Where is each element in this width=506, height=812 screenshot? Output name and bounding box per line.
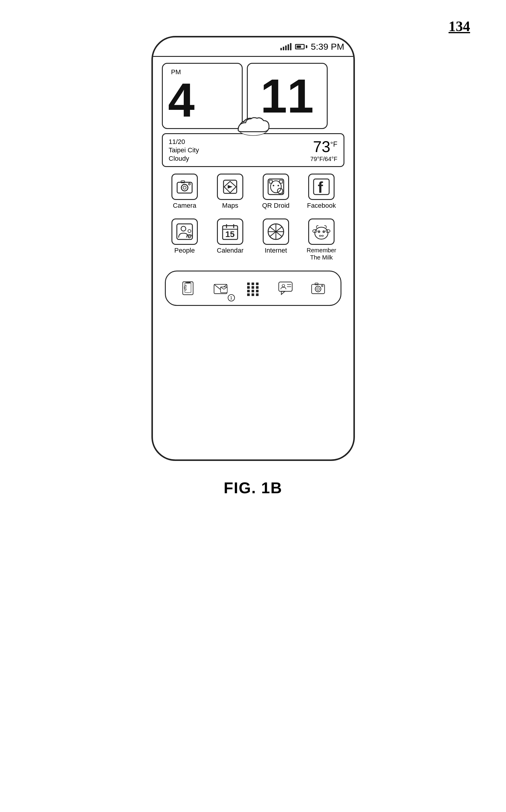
- svg-line-22: [282, 193, 283, 194]
- maps-label: Maps: [222, 202, 238, 210]
- svg-rect-52: [252, 282, 254, 285]
- app-item-maps[interactable]: Maps: [210, 174, 250, 210]
- app-item-rtm[interactable]: RememberThe Milk: [302, 219, 341, 261]
- rtm-icon: [308, 219, 335, 245]
- app-row-2: ⚙ People 15: [162, 216, 344, 263]
- maps-icon: [217, 174, 243, 200]
- app-item-calendar[interactable]: 15 Calendar: [210, 219, 250, 254]
- svg-point-40: [315, 227, 328, 239]
- svg-point-18: [277, 185, 279, 186]
- svg-rect-54: [247, 286, 250, 289]
- svg-rect-59: [256, 290, 259, 293]
- phone-wrapper: 5:39 PM PM 4: [151, 36, 355, 461]
- clock-widget: PM 4: [162, 63, 344, 129]
- battery-icon: [295, 44, 307, 50]
- bottom-dock: 1: [165, 270, 341, 306]
- calendar-icon: 15: [217, 219, 243, 245]
- svg-rect-61: [252, 294, 254, 296]
- svg-text:⚙: ⚙: [188, 235, 191, 238]
- weather-condition: Cloudy: [169, 155, 199, 163]
- dock-chat[interactable]: [272, 275, 299, 301]
- weather-date: 11/20: [169, 138, 199, 146]
- facebook-icon: f: [308, 174, 335, 200]
- svg-point-17: [273, 185, 274, 186]
- qrdroid-icon: [263, 174, 289, 200]
- svg-point-8: [181, 184, 188, 191]
- signal-icon: [280, 43, 291, 50]
- signal-bar-5: [290, 43, 291, 50]
- svg-point-64: [282, 285, 285, 287]
- camera-icon: [171, 174, 198, 200]
- weather-city: Taipei City: [169, 146, 199, 154]
- signal-bar-2: [283, 47, 284, 50]
- svg-point-46: [324, 231, 324, 232]
- weather-info-right: 73°F 79°F/64°F: [310, 138, 337, 163]
- status-bar: 5:39 PM: [153, 37, 353, 57]
- svg-point-48: [322, 235, 324, 236]
- app-item-qrdroid[interactable]: QR Droid: [256, 174, 296, 210]
- svg-point-9: [183, 186, 186, 189]
- signal-bar-3: [285, 46, 287, 50]
- svg-point-45: [319, 231, 319, 232]
- app-item-camera[interactable]: Camera: [165, 174, 204, 210]
- figure-caption: FIG. 1B: [224, 479, 282, 497]
- svg-rect-53: [256, 282, 259, 285]
- svg-text:15: 15: [225, 230, 235, 239]
- svg-rect-57: [247, 290, 250, 293]
- rtm-label: RememberThe Milk: [307, 247, 336, 261]
- svg-point-71: [321, 285, 323, 287]
- email-badge: 1: [228, 294, 235, 301]
- signal-bar-4: [287, 44, 289, 50]
- svg-text:f: f: [318, 179, 323, 196]
- weather-widget: 11/20 Taipei City Cloudy 73°F 79°F/64°F: [162, 133, 344, 167]
- svg-point-11: [188, 183, 190, 185]
- svg-rect-67: [312, 285, 324, 294]
- svg-point-47: [319, 235, 321, 236]
- phone-content: PM 4: [153, 57, 353, 460]
- dock-apps[interactable]: [240, 275, 266, 301]
- svg-point-27: [188, 230, 191, 233]
- svg-rect-60: [247, 294, 250, 296]
- svg-rect-55: [252, 286, 254, 289]
- dock-phone[interactable]: [175, 275, 201, 301]
- status-time: 5:39 PM: [311, 42, 344, 52]
- svg-rect-51: [247, 282, 250, 285]
- facebook-label: Facebook: [307, 202, 336, 210]
- app-row-1: Camera Maps: [162, 171, 344, 212]
- svg-rect-58: [252, 290, 254, 293]
- dock-email[interactable]: 1: [207, 275, 234, 301]
- weather-info-left: 11/20 Taipei City Cloudy: [169, 138, 199, 163]
- clock-minute: 11: [261, 72, 314, 120]
- people-icon: ⚙: [171, 219, 198, 245]
- dock-camera[interactable]: [305, 275, 331, 301]
- svg-point-68: [315, 286, 321, 292]
- svg-point-26: [181, 226, 186, 231]
- clock-hour-box: PM 4: [162, 63, 243, 129]
- svg-rect-56: [256, 286, 259, 289]
- page-number: 134: [448, 18, 470, 34]
- people-label: People: [174, 247, 195, 254]
- internet-icon: [263, 219, 289, 245]
- app-item-people[interactable]: ⚙ People: [165, 219, 204, 254]
- cloud-icon: [234, 115, 273, 137]
- calendar-label: Calendar: [217, 247, 244, 254]
- svg-rect-7: [177, 182, 192, 193]
- svg-marker-14: [228, 185, 233, 188]
- qrdroid-label: QR Droid: [262, 202, 290, 210]
- phone-device: 5:39 PM PM 4: [151, 36, 355, 461]
- camera-label: Camera: [173, 202, 196, 210]
- svg-point-69: [317, 288, 320, 291]
- clock-hour: 4: [168, 76, 195, 124]
- app-item-internet[interactable]: Internet: [256, 219, 296, 254]
- internet-label: Internet: [264, 247, 287, 254]
- app-item-facebook[interactable]: f Facebook: [302, 174, 341, 210]
- weather-temp-range: 79°F/64°F: [310, 156, 337, 163]
- page: 134 5:39 PM: [0, 0, 506, 812]
- signal-bar-1: [280, 48, 282, 50]
- svg-rect-62: [256, 294, 259, 296]
- weather-temp: 73°F: [313, 138, 338, 156]
